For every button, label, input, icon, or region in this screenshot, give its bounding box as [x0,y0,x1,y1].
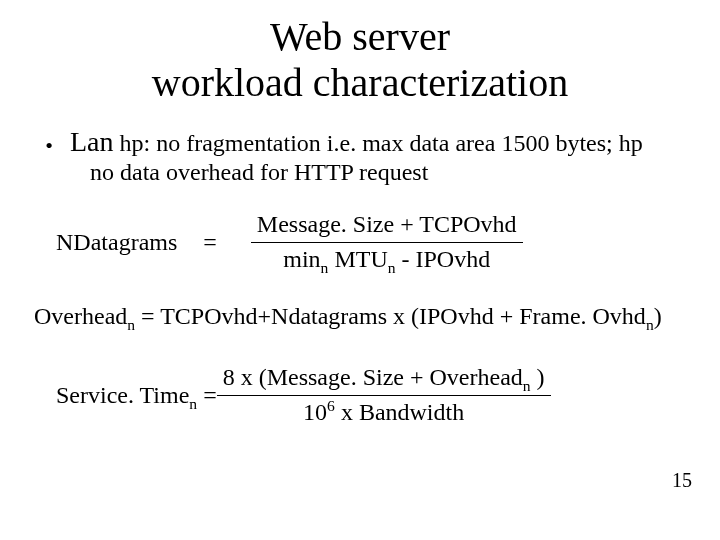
eq3-lhs: Service. Timen = [56,382,217,409]
bullet-dot-icon: • [40,132,58,160]
bullet-lead: Lan [70,126,114,157]
page-number: 15 [672,469,692,492]
bullet-1: • Lan hp: no fragmentation i.e. max data… [40,124,690,187]
equation-ndatagrams: NDatagrams = Message. Size + TCPOvhd min… [30,211,690,273]
eq1-denominator: minn MTUn - IPOvhd [277,246,496,274]
eq3-fraction: 8 x (Message. Size + Overheadn ) 106 x B… [217,364,551,426]
eq1-equals: = [203,229,217,256]
equation-overhead: Overheadn = TCPOvhd+Ndatagrams x (IPOvhd… [34,303,690,330]
title-line2: workload characterization [152,60,568,105]
eq3-denominator: 106 x Bandwidth [297,399,470,427]
eq3-numerator: 8 x (Message. Size + Overheadn ) [217,364,551,392]
equation-service-time: Service. Timen = 8 x (Message. Size + Ov… [30,364,690,426]
bullet-tail: hp: no fragmentation i.e. max data area … [114,130,643,156]
slide: Web server workload characterization • L… [0,0,720,540]
title-line1: Web server [270,14,450,59]
fraction-bar-icon [251,242,523,243]
eq1-lhs: NDatagrams [56,229,177,256]
bullet-line2: no data overhead for HTTP request [90,157,690,187]
eq1-fraction: Message. Size + TCPOvhd minn MTUn - IPOv… [251,211,523,273]
eq1-numerator: Message. Size + TCPOvhd [251,211,523,239]
fraction-bar-icon [217,395,551,396]
slide-title: Web server workload characterization [30,14,690,106]
